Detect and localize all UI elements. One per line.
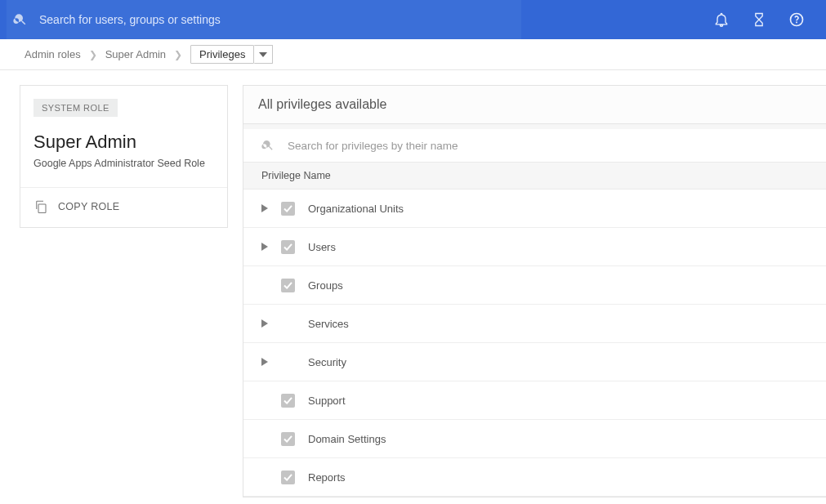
privilege-checkbox[interactable] (281, 432, 295, 446)
copy-icon (33, 199, 48, 214)
privilege-label: Organizational Units (308, 203, 404, 215)
breadcrumb-root[interactable]: Admin roles (25, 48, 81, 60)
privilege-row[interactable]: Reports (243, 458, 826, 497)
privilege-row[interactable]: Groups (243, 266, 826, 305)
privilege-row[interactable]: Security (243, 343, 826, 381)
expand-toggle[interactable] (261, 204, 273, 212)
privilege-row[interactable]: Services (243, 305, 826, 343)
privilege-column-header: Privilege Name (243, 163, 826, 190)
system-role-badge: SYSTEM ROLE (33, 99, 118, 117)
global-search[interactable] (7, 0, 521, 39)
top-bar (0, 0, 826, 39)
topbar-actions (713, 11, 819, 28)
privilege-label: Users (308, 241, 336, 253)
privilege-search[interactable] (243, 129, 826, 163)
privileges-panel: All privileges available Privilege Name … (243, 85, 826, 497)
caret-right-icon (261, 358, 268, 366)
privileges-body: Privilege Name Organizational UnitsUsers… (243, 124, 826, 497)
privilege-label: Security (308, 356, 346, 368)
privilege-label: Domain Settings (308, 433, 386, 445)
hourglass-icon[interactable] (751, 11, 767, 28)
role-card: SYSTEM ROLE Super Admin Google Apps Admi… (20, 85, 228, 228)
check-icon (284, 205, 292, 212)
chevron-right-icon: ❯ (89, 49, 97, 60)
help-icon[interactable] (788, 11, 805, 28)
privilege-checkbox[interactable] (281, 394, 295, 408)
privilege-checkbox[interactable] (281, 240, 295, 254)
content-area: SYSTEM ROLE Super Admin Google Apps Admi… (0, 70, 826, 497)
breadcrumb-dropdown[interactable] (254, 45, 273, 64)
global-search-input[interactable] (39, 13, 448, 26)
privilege-label: Services (308, 318, 349, 330)
privilege-row[interactable]: Support (243, 381, 826, 420)
check-icon (284, 282, 292, 289)
privilege-label: Support (308, 395, 346, 407)
expand-toggle[interactable] (261, 243, 273, 251)
search-icon (13, 12, 28, 27)
svg-rect-0 (38, 204, 46, 213)
privilege-checkbox[interactable] (281, 279, 295, 292)
privilege-list: Organizational UnitsUsersGroupsServicesS… (243, 190, 826, 497)
caret-right-icon (261, 204, 268, 212)
privilege-row[interactable]: Domain Settings (243, 420, 826, 458)
role-title: Super Admin (33, 132, 214, 153)
role-subtitle: Google Apps Administrator Seed Role (33, 158, 214, 169)
copy-role-button[interactable]: COPY ROLE (33, 188, 214, 227)
privilege-row[interactable]: Users (243, 228, 826, 266)
breadcrumb-current: Privileges (190, 45, 254, 64)
chevron-right-icon: ❯ (174, 49, 182, 60)
privilege-checkbox[interactable] (281, 202, 295, 216)
privilege-label: Reports (308, 471, 346, 484)
privileges-header: All privileges available (243, 86, 826, 124)
check-icon (284, 474, 292, 481)
caret-right-icon (261, 243, 268, 251)
privilege-search-input[interactable] (288, 140, 614, 152)
expand-toggle[interactable] (261, 358, 273, 366)
check-icon (284, 435, 292, 443)
search-icon (261, 139, 275, 152)
caret-down-icon (259, 52, 267, 57)
breadcrumb: Admin roles ❯ Super Admin ❯ Privileges (0, 39, 826, 70)
bell-icon[interactable] (713, 11, 730, 28)
breadcrumb-parent[interactable]: Super Admin (105, 48, 166, 60)
privilege-label: Groups (308, 279, 343, 292)
caret-right-icon (261, 319, 268, 328)
privilege-row[interactable]: Organizational Units (243, 190, 826, 228)
privilege-checkbox[interactable] (281, 471, 295, 484)
check-icon (284, 397, 292, 404)
check-icon (284, 243, 292, 251)
expand-toggle[interactable] (261, 319, 273, 328)
copy-role-label: COPY ROLE (58, 201, 119, 212)
